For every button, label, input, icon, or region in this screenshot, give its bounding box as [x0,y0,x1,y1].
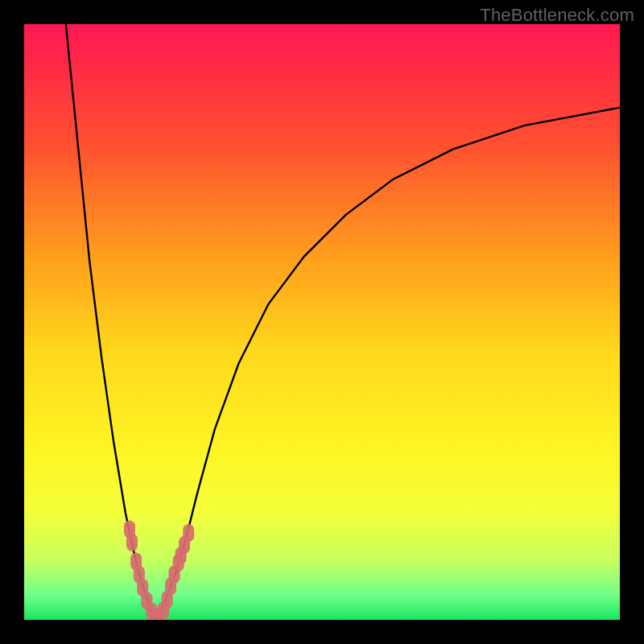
left-curve [66,24,155,620]
marker-group [124,521,194,620]
data-point-marker [126,534,138,551]
curves-layer [24,24,620,620]
chart-frame: TheBottleneck.com [0,0,644,644]
data-point-marker [183,524,194,542]
watermark-text: TheBottleneck.com [480,5,634,26]
plot-area [24,24,620,620]
right-curve [155,108,620,620]
